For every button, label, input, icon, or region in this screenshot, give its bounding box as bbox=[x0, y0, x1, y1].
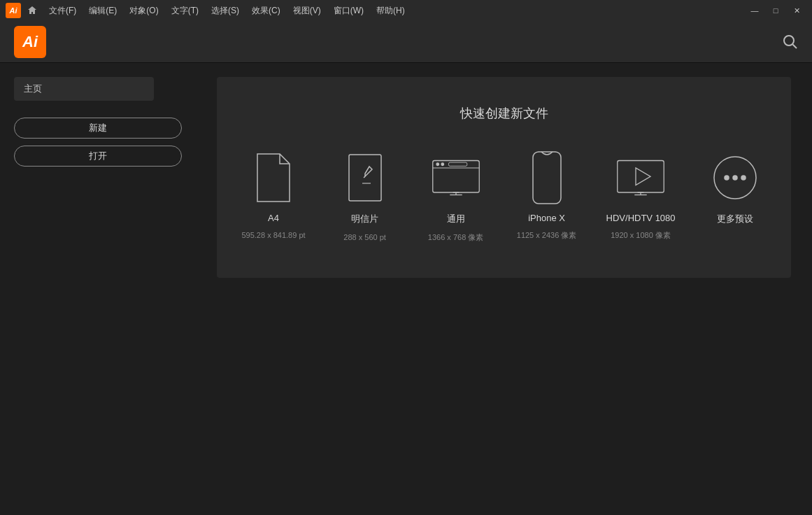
title-bar-left: Ai 文件(F)编辑(E)对象(O)文字(T)选择(S)效果(C)视图(V)窗口… bbox=[6, 3, 411, 18]
preset-postcard[interactable]: 明信片 288 x 560 pt bbox=[334, 150, 397, 243]
svg-point-21 bbox=[733, 176, 737, 180]
preset-name-hdv: HDV/HDTV 1080 bbox=[606, 213, 676, 223]
menu-item[interactable]: 窗口(W) bbox=[328, 3, 369, 18]
open-button[interactable]: 打开 bbox=[14, 146, 182, 167]
svg-rect-9 bbox=[448, 162, 466, 166]
svg-rect-2 bbox=[349, 155, 381, 201]
menu-bar: 文件(F)编辑(E)对象(O)文字(T)选择(S)效果(C)视图(V)窗口(W)… bbox=[43, 3, 411, 18]
title-bar: Ai 文件(F)编辑(E)对象(O)文字(T)选择(S)效果(C)视图(V)窗口… bbox=[0, 0, 812, 21]
preset-name-iphone: iPhone X bbox=[528, 213, 565, 223]
ai-logo-small: Ai bbox=[6, 3, 21, 18]
quick-create-panel: 快速创建新文件 A4 595.28 x 841.89 pt bbox=[217, 77, 791, 278]
maximize-button[interactable]: □ bbox=[766, 4, 785, 17]
main-layout: 主页 新建 打开 快速创建新文件 A4 595.28 x 841. bbox=[0, 63, 812, 515]
preset-icon-postcard bbox=[341, 150, 390, 206]
preset-name-a4: A4 bbox=[268, 213, 279, 223]
presets-row: A4 595.28 x 841.89 pt 明信片 bbox=[238, 150, 770, 243]
svg-line-1 bbox=[793, 44, 797, 48]
title-bar-controls: — □ ✕ bbox=[745, 4, 806, 17]
menu-item[interactable]: 文字(T) bbox=[166, 3, 204, 18]
menu-item[interactable]: 文件(F) bbox=[43, 3, 82, 18]
svg-rect-5 bbox=[432, 161, 479, 193]
menu-item[interactable]: 效果(C) bbox=[246, 3, 286, 18]
panel-title: 快速创建新文件 bbox=[238, 105, 770, 122]
sidebar-buttons: 新建 打开 bbox=[14, 118, 182, 174]
ai-logo-big: Ai bbox=[14, 26, 46, 58]
preset-icon-a4 bbox=[249, 150, 298, 206]
sidebar-section-label: 主页 bbox=[14, 77, 154, 101]
preset-size-iphone: 1125 x 2436 像素 bbox=[517, 230, 577, 241]
svg-point-20 bbox=[725, 176, 729, 180]
content-area: 快速创建新文件 A4 595.28 x 841.89 pt bbox=[196, 63, 812, 515]
preset-more[interactable]: 更多预设 bbox=[704, 150, 767, 232]
home-icon[interactable] bbox=[25, 3, 39, 17]
preset-icon-hdv bbox=[616, 150, 665, 206]
menu-item[interactable]: 帮助(H) bbox=[371, 3, 411, 18]
preset-universal[interactable]: 通用 1366 x 768 像素 bbox=[425, 150, 487, 243]
svg-rect-14 bbox=[618, 161, 664, 193]
preset-name-postcard: 明信片 bbox=[351, 213, 378, 225]
svg-point-22 bbox=[741, 176, 746, 180]
svg-point-8 bbox=[441, 163, 444, 166]
preset-size-hdv: 1920 x 1080 像素 bbox=[611, 230, 671, 241]
new-button[interactable]: 新建 bbox=[14, 118, 182, 139]
svg-marker-15 bbox=[636, 168, 650, 185]
menu-item[interactable]: 编辑(E) bbox=[83, 3, 122, 18]
svg-point-0 bbox=[784, 36, 794, 45]
sidebar: 主页 新建 打开 bbox=[0, 63, 196, 515]
preset-iphone[interactable]: iPhone X 1125 x 2436 像素 bbox=[515, 150, 578, 241]
preset-size-universal: 1366 x 768 像素 bbox=[428, 232, 484, 243]
preset-a4[interactable]: A4 595.28 x 841.89 pt bbox=[241, 150, 305, 241]
close-button[interactable]: ✕ bbox=[787, 4, 806, 17]
menu-item[interactable]: 视图(V) bbox=[287, 3, 327, 18]
svg-point-7 bbox=[436, 163, 439, 166]
preset-size-postcard: 288 x 560 pt bbox=[343, 232, 386, 243]
menu-item[interactable]: 选择(S) bbox=[206, 3, 245, 18]
preset-icon-more bbox=[711, 150, 760, 206]
preset-name-more: 更多预设 bbox=[717, 213, 753, 225]
preset-icon-iphone bbox=[522, 150, 571, 206]
svg-line-3 bbox=[364, 176, 365, 178]
header-bar: Ai bbox=[0, 21, 812, 63]
svg-rect-13 bbox=[533, 152, 561, 204]
minimize-button[interactable]: — bbox=[745, 4, 764, 17]
preset-size-a4: 595.28 x 841.89 pt bbox=[241, 230, 305, 241]
menu-item[interactable]: 对象(O) bbox=[124, 3, 164, 18]
preset-name-universal: 通用 bbox=[447, 213, 465, 225]
preset-hdv[interactable]: HDV/HDTV 1080 1920 x 1080 像素 bbox=[606, 150, 676, 241]
preset-icon-universal bbox=[432, 150, 480, 206]
search-icon[interactable] bbox=[783, 34, 798, 50]
